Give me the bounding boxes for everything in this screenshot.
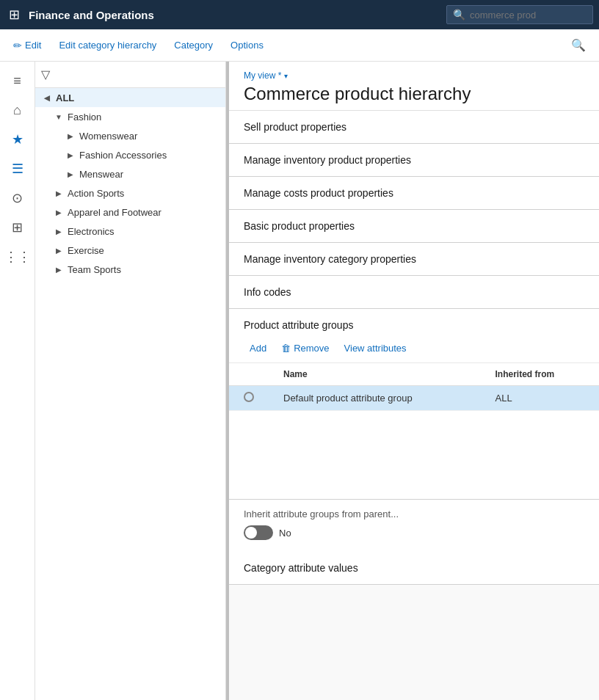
section-costs-props: Manage costs product properties: [229, 177, 599, 210]
section-costs-props-header[interactable]: Manage costs product properties: [229, 177, 599, 209]
inherit-section: Inherit attribute groups from parent... …: [229, 500, 599, 552]
tree-label-menswear: Menswear: [79, 169, 123, 180]
filter-icon[interactable]: ▽: [41, 68, 50, 81]
radio-col-header: [229, 363, 269, 386]
section-inv-prod-props-label: Manage inventory product properties: [244, 154, 411, 166]
section-sell-props-header[interactable]: Sell product properties: [229, 111, 599, 143]
cat-attr-header[interactable]: Category attribute values: [229, 552, 599, 584]
section-inv-cat-props-header[interactable]: Manage inventory category properties: [229, 243, 599, 275]
attr-name-cell: Default product attribute group: [269, 386, 481, 411]
tree-label-fashion-accessories: Fashion Accessories: [79, 150, 167, 161]
tree-toggle-menswear: ▶: [65, 168, 76, 180]
tree-item-menswear[interactable]: ▶ Menswear: [59, 164, 225, 183]
workspaces-nav-icon[interactable]: ⊞: [4, 214, 31, 241]
tree-toggle-apparel-footwear: ▶: [53, 206, 65, 218]
favorites-nav-icon[interactable]: ★: [4, 126, 31, 153]
cat-attr-section: Category attribute values: [229, 552, 599, 585]
name-col-header: Name: [269, 363, 481, 386]
cat-attr-label: Category attribute values: [244, 562, 358, 574]
edit-icon: ✏: [13, 40, 22, 51]
trash-icon: 🗑: [281, 343, 291, 354]
tree-toggle-exercise: ▶: [53, 244, 65, 256]
command-bar: ✏ Edit Edit category hierarchy Category …: [0, 29, 599, 62]
attr-table-header-row: Name Inherited from: [229, 363, 599, 386]
top-bar: ⊞ Finance and Operations 🔍: [0, 0, 599, 29]
tree-toggle-team-sports: ▶: [53, 263, 65, 275]
toggle-row: No: [244, 525, 584, 540]
left-nav-icons: ≡ ⌂ ★ ☰ ⊙ ⊞ ⋮⋮: [0, 62, 35, 700]
tree-toggle-fashion: ▼: [53, 111, 65, 123]
tree-item-apparel-footwear[interactable]: ▶ Apparel and Footwear: [47, 203, 225, 222]
toggle-knob: [245, 527, 257, 539]
section-inv-prod-props-header[interactable]: Manage inventory product properties: [229, 144, 599, 176]
add-label: Add: [250, 343, 266, 354]
attr-groups-title: Product attribute groups: [244, 319, 353, 331]
search-input[interactable]: [470, 10, 587, 21]
modules-nav-icon[interactable]: ⋮⋮: [4, 244, 31, 270]
toggle-text: No: [279, 528, 291, 539]
my-view-label[interactable]: My view *: [244, 70, 281, 81]
tree-toolbar: ▽: [35, 62, 225, 88]
attr-groups-header: Product attribute groups: [229, 309, 599, 337]
edit-label: Edit: [25, 40, 41, 51]
attr-table: Name Inherited from Default product attr…: [229, 363, 599, 411]
page-title: Commerce product hierarchy: [244, 84, 584, 104]
edit-button[interactable]: ✏ Edit: [6, 35, 48, 56]
section-inv-cat-props: Manage inventory category properties: [229, 243, 599, 276]
radio-circle: [244, 392, 254, 402]
tree-item-action-sports[interactable]: ▶ Action Sports: [47, 183, 225, 203]
tree-toggle-electronics: ▶: [53, 225, 65, 237]
add-button[interactable]: Add: [244, 340, 272, 357]
tree-item-electronics[interactable]: ▶ Electronics: [47, 222, 225, 241]
options-button[interactable]: Options: [223, 35, 271, 55]
tree-item-all[interactable]: ◀ ALL: [35, 88, 225, 107]
section-info-codes: Info codes: [229, 276, 599, 309]
home-nav-icon[interactable]: ⌂: [4, 97, 31, 123]
tree-item-womenswear[interactable]: ▶ Womenswear: [59, 126, 225, 145]
tree-label-electronics: Electronics: [68, 226, 115, 237]
tree-label-womenswear: Womenswear: [79, 131, 137, 142]
attr-toolbar: Add 🗑 Remove View attributes: [229, 337, 599, 363]
list-nav-icon[interactable]: ☰: [4, 156, 31, 182]
category-button[interactable]: Category: [167, 35, 220, 55]
app-title: Finance and Operations: [29, 9, 440, 21]
search-box[interactable]: 🔍: [446, 5, 593, 24]
view-attributes-label: View attributes: [344, 343, 407, 354]
tree-toggle-action-sports: ▶: [53, 187, 65, 199]
view-attributes-button[interactable]: View attributes: [338, 340, 413, 357]
tree-toggle-all: ◀: [41, 92, 53, 103]
remove-label: Remove: [294, 343, 329, 354]
attr-inherited-cell: ALL: [481, 386, 599, 411]
category-label: Category: [174, 40, 213, 51]
section-sell-props: Sell product properties: [229, 111, 599, 144]
attr-groups-section: Product attribute groups Add 🗑 Remove Vi…: [229, 309, 599, 500]
inherit-toggle[interactable]: [244, 525, 273, 540]
section-basic-props-header[interactable]: Basic product properties: [229, 210, 599, 242]
my-view-row: My view * ▾: [244, 70, 584, 81]
grid-icon[interactable]: ⊞: [6, 4, 23, 26]
tree-toggle-womenswear: ▶: [65, 130, 76, 142]
tree-label-team-sports: Team Sports: [68, 264, 121, 275]
tree-panel: ▽ ◀ ALL ▼ Fashion ▶ Womenswear ▶ Fashion…: [35, 62, 226, 700]
cmd-search-icon[interactable]: 🔍: [564, 34, 593, 56]
attr-empty-space: [229, 411, 599, 499]
radio-cell: [229, 386, 269, 411]
tree-label-fashion: Fashion: [68, 112, 101, 123]
tree-item-exercise[interactable]: ▶ Exercise: [47, 241, 225, 260]
my-view-chevron-icon[interactable]: ▾: [284, 72, 288, 80]
section-inv-cat-props-label: Manage inventory category properties: [244, 253, 416, 265]
edit-category-hierarchy-button[interactable]: Edit category hierarchy: [51, 35, 164, 55]
hamburger-nav-icon[interactable]: ≡: [4, 68, 31, 94]
section-info-codes-header[interactable]: Info codes: [229, 276, 599, 308]
recent-nav-icon[interactable]: ⊙: [4, 185, 31, 211]
section-basic-props-label: Basic product properties: [244, 220, 355, 232]
tree-toggle-fashion-accessories: ▶: [65, 149, 76, 161]
tree-item-fashion-accessories[interactable]: ▶ Fashion Accessories: [59, 145, 225, 164]
tree-item-team-sports[interactable]: ▶ Team Sports: [47, 260, 225, 279]
inherited-col-header: Inherited from: [481, 363, 599, 386]
tree-item-fashion[interactable]: ▼ Fashion: [47, 107, 225, 126]
remove-button[interactable]: 🗑 Remove: [275, 340, 335, 357]
table-row[interactable]: Default product attribute group ALL: [229, 386, 599, 411]
tree-label-all: ALL: [56, 92, 74, 103]
main-layout: ≡ ⌂ ★ ☰ ⊙ ⊞ ⋮⋮ ▽ ◀ ALL ▼ Fashion ▶ Women…: [0, 62, 599, 700]
